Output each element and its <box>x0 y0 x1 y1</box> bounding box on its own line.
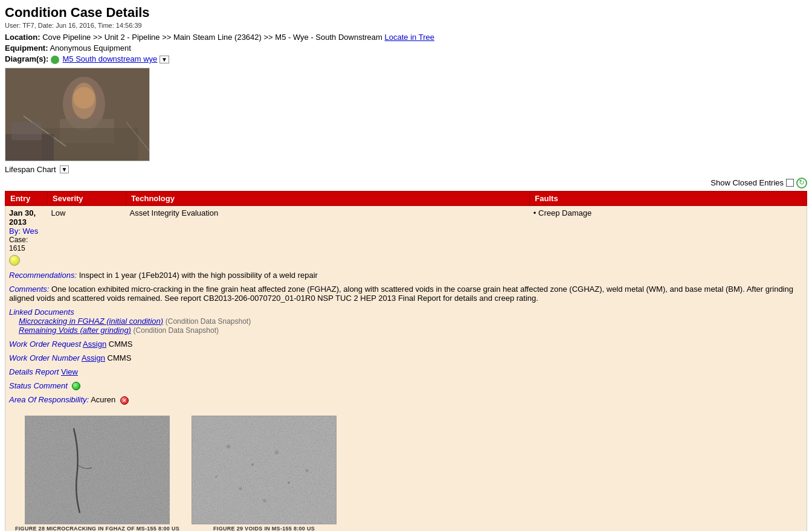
area-responsibility-cell: Area Of Responsibility: Acuren <box>5 393 807 407</box>
faults-header: Faults <box>530 191 807 205</box>
doc1-line: Microcracking in FGHAZ (initial conditio… <box>19 317 803 326</box>
entry-by[interactable]: By: Wes <box>9 227 44 236</box>
details-report-view-link[interactable]: View <box>61 367 78 376</box>
recommendations-cell: Recommendations: Inspect in 1 year (1Feb… <box>5 268 807 282</box>
wo-number-label: Work Order Number <box>9 353 80 362</box>
doc1-link[interactable]: Microcracking in FGHAZ (initial conditio… <box>19 317 163 326</box>
diagram-link[interactable]: M5 South downstream wye <box>63 54 158 63</box>
status-comment-cell: Status Comment <box>5 379 807 393</box>
svg-point-23 <box>306 469 309 472</box>
entry-cell: Jan 30, 2013 By: Wes Case: 1615 <box>5 205 48 268</box>
comments-label: Comments: <box>9 285 49 294</box>
location-label: Location: <box>5 33 40 42</box>
faults-cell: • Creep Damage <box>530 205 807 268</box>
recommendations-text: Inspect in 1 year (1Feb2014) with the hi… <box>79 271 318 280</box>
main-table: Entry Severity Technology Faults Jan 30,… <box>5 191 807 531</box>
image-1[interactable] <box>25 416 170 524</box>
diagrams-label: Diagram(s): <box>5 54 48 63</box>
details-report-label: Details Report <box>9 367 59 376</box>
svg-point-19 <box>239 487 242 490</box>
svg-point-22 <box>215 475 218 478</box>
wo-request-assign-link[interactable]: Assign <box>83 340 106 349</box>
image-1-caption-top: Figure 28 Microcracking in FGHAZ of MS-1… <box>15 524 179 531</box>
images-container: Figure 28 Microcracking in FGHAZ of MS-1… <box>9 410 803 531</box>
area-value: Acuren <box>91 395 115 404</box>
entry-date: Jan 30, 2013 <box>9 208 44 227</box>
show-closed-label: Show Closed Entries <box>710 178 784 187</box>
technology-header: Technology <box>126 191 530 205</box>
equipment-label: Equipment: <box>5 43 48 53</box>
svg-rect-15 <box>192 416 337 524</box>
table-row: Jan 30, 2013 By: Wes Case: 1615 Low Asse… <box>5 205 807 268</box>
comments-text: One location exhibited micro-cracking in… <box>9 285 793 303</box>
severity-header: Severity <box>48 191 126 205</box>
page-subtitle: User: TF7, Date: Jun 16, 2016, Time: 14:… <box>5 22 807 29</box>
wo-request-cmms: CMMS <box>109 340 133 349</box>
show-closed-row: Show Closed Entries <box>5 178 807 188</box>
lifespan-expand-icon[interactable]: ▼ <box>60 166 69 173</box>
location-value: Cove Pipeline >> Unit 2 - Pipeline >> Ma… <box>42 33 382 42</box>
photo-svg <box>5 68 149 161</box>
doc2-line: Remaining Voids (after grinding) (Condit… <box>19 326 803 335</box>
recommendations-row: Recommendations: Inspect in 1 year (1Feb… <box>5 268 807 282</box>
show-closed-checkbox[interactable] <box>786 179 794 187</box>
svg-point-20 <box>288 481 290 484</box>
diagrams-line: Diagram(s): M5 South downstream wye ▼ <box>5 54 807 64</box>
comments-cell: Comments: One location exhibited micro-c… <box>5 282 807 305</box>
wo-number-assign-link[interactable]: Assign <box>82 353 105 362</box>
svg-point-17 <box>251 463 254 466</box>
area-remove-icon[interactable] <box>120 396 129 405</box>
svg-rect-13 <box>25 416 170 524</box>
status-dot <box>9 255 20 266</box>
severity-cell: Low <box>48 205 126 268</box>
locate-in-tree-link[interactable]: Locate in Tree <box>385 33 434 42</box>
image-2-svg <box>192 416 337 524</box>
image-block-1: Figure 28 Microcracking in FGHAZ of MS-1… <box>15 416 179 531</box>
svg-rect-4 <box>42 128 138 161</box>
area-label: Area Of Responsibility: <box>9 395 89 404</box>
diagram-green-icon <box>51 56 59 64</box>
comments-row: Comments: One location exhibited micro-c… <box>5 282 807 305</box>
area-responsibility-row: Area Of Responsibility: Acuren <box>5 393 807 407</box>
doc2-type: (Condition Data Snapshot) <box>134 326 219 335</box>
linked-docs-row: Linked Documents Microcracking in FGHAZ … <box>5 305 807 337</box>
wo-number-cmms: CMMS <box>108 353 132 362</box>
equipment-line: Equipment: Anonymous Equipment <box>5 43 807 53</box>
svg-point-21 <box>263 499 266 503</box>
location-line: Location: Cove Pipeline >> Unit 2 - Pipe… <box>5 33 807 42</box>
svg-rect-8 <box>11 122 42 140</box>
equipment-photo <box>5 68 150 161</box>
doc2-link[interactable]: Remaining Voids (after grinding) <box>19 326 131 335</box>
recommendations-label: Recommendations: <box>9 271 77 280</box>
details-report-row: Details Report View <box>5 365 807 379</box>
svg-point-18 <box>275 450 279 454</box>
status-comment-label: Status Comment <box>9 381 68 390</box>
status-comment-add-icon[interactable] <box>72 382 80 390</box>
page-title: Condition Case Details <box>5 5 807 21</box>
entry-case: Case: 1615 <box>9 236 44 253</box>
svg-point-16 <box>227 445 230 448</box>
entry-header: Entry <box>5 191 48 205</box>
svg-point-9 <box>73 87 95 109</box>
equipment-value: Anonymous Equipment <box>50 43 130 53</box>
image-1-svg <box>25 416 170 524</box>
status-comment-row: Status Comment <box>5 379 807 393</box>
expand-icon[interactable]: ▼ <box>160 56 169 63</box>
technology-cell: Asset Integrity Evaluation <box>126 205 530 268</box>
lifespan-chart-row: Lifespan Chart ▼ <box>5 165 807 174</box>
doc1-type: (Condition Data Snapshot) <box>166 317 251 326</box>
linked-docs-cell: Linked Documents Microcracking in FGHAZ … <box>5 305 807 337</box>
wo-number-row: Work Order Number Assign CMMS <box>5 351 807 365</box>
photo-placeholder <box>5 68 149 161</box>
table-header-row: Entry Severity Technology Faults <box>5 191 807 205</box>
image-block-2: Figure 29 Voids in MS-155 8:00 US Remain… <box>192 416 337 531</box>
refresh-icon[interactable] <box>796 178 807 188</box>
image-2[interactable] <box>192 416 337 524</box>
images-row: Figure 28 Microcracking in FGHAZ of MS-1… <box>5 407 807 531</box>
linked-docs-label: Linked Documents <box>9 307 803 317</box>
lifespan-chart-label: Lifespan Chart <box>5 165 56 174</box>
image-2-caption-top: Figure 29 Voids in MS-155 8:00 US <box>213 524 315 531</box>
details-report-cell: Details Report View <box>5 365 807 379</box>
wo-request-row: Work Order Request Assign CMMS <box>5 337 807 351</box>
wo-request-cell: Work Order Request Assign CMMS <box>5 337 807 351</box>
